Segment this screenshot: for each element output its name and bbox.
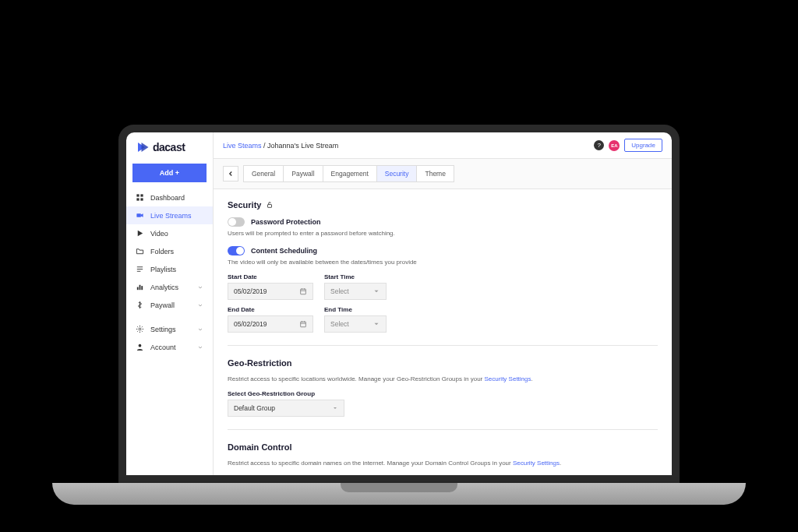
logo-icon — [136, 140, 150, 154]
user-icon — [136, 343, 144, 351]
svg-rect-10 — [141, 286, 143, 290]
svg-rect-9 — [139, 285, 141, 290]
password-protection-label: Password Protection — [251, 218, 321, 226]
sidebar-item-label: Dashboard — [150, 194, 185, 202]
domain-select-label: Select Domain Control Group — [228, 474, 658, 475]
password-protection-toggle[interactable] — [228, 217, 245, 227]
dashboard-icon — [136, 193, 144, 202]
logo: dacast — [126, 132, 213, 160]
svg-rect-8 — [137, 287, 139, 291]
svg-point-11 — [139, 328, 141, 330]
sidebar-item-label: Folders — [150, 248, 174, 255]
calendar-icon — [299, 287, 307, 295]
breadcrumb-parent[interactable]: Live Steams — [223, 142, 262, 150]
start-time-label: Start Time — [324, 273, 387, 280]
sidebar-item-label: Settings — [150, 326, 176, 333]
geo-select-label: Select Geo-Restriction Group — [228, 390, 658, 397]
tab-paywall[interactable]: Paywall — [284, 166, 323, 181]
sidebar-item-playlists[interactable]: Playlists — [126, 260, 213, 278]
section-title-domain: Domain Control — [228, 442, 658, 452]
chevron-down-icon — [197, 326, 203, 333]
content: Security Password Protection Users will … — [214, 189, 672, 475]
end-date-label: End Date — [228, 306, 313, 313]
tab-theme[interactable]: Theme — [417, 166, 453, 181]
dollar-icon — [136, 301, 144, 309]
sidebar-item-dashboard[interactable]: Dashboard — [126, 188, 213, 206]
sidebar-item-live-streams[interactable]: Live Streams — [126, 206, 213, 224]
camera-icon — [136, 211, 144, 220]
chevron-down-icon — [197, 344, 203, 351]
start-date-input[interactable]: 05/02/2019 — [228, 283, 313, 300]
password-protection-desc: Users will be prompted to enter a passwo… — [228, 230, 658, 237]
upgrade-button[interactable]: Upgrade — [624, 139, 662, 152]
content-scheduling-desc: The video will only be available between… — [228, 259, 658, 266]
caret-down-icon — [373, 287, 380, 295]
avatar[interactable]: EA — [609, 140, 620, 151]
end-time-label: End Time — [324, 306, 387, 313]
section-title-security: Security — [228, 200, 658, 210]
caret-down-icon — [332, 405, 338, 411]
divider — [228, 345, 658, 346]
analytics-icon — [136, 283, 144, 291]
svg-rect-4 — [136, 213, 141, 217]
caret-down-icon — [373, 320, 380, 328]
tabbar: General Paywall Engagement Security Them… — [214, 159, 672, 189]
domain-security-settings-link[interactable]: Security Settings — [513, 460, 560, 467]
chevron-down-icon — [197, 284, 203, 291]
sidebar-item-label: Live Streams — [150, 212, 192, 220]
svg-rect-14 — [301, 289, 306, 294]
start-time-select[interactable]: Select — [324, 283, 387, 300]
help-icon[interactable]: ? — [594, 140, 604, 150]
svg-rect-1 — [140, 194, 143, 196]
divider — [228, 429, 658, 430]
play-icon — [136, 229, 144, 238]
sidebar-item-account[interactable]: Account — [126, 338, 213, 356]
svg-rect-0 — [136, 194, 139, 196]
tab-general[interactable]: General — [244, 166, 284, 181]
tab-security[interactable]: Security — [377, 166, 418, 181]
logo-text: dacast — [153, 141, 185, 153]
sidebar-item-label: Analytics — [150, 284, 178, 291]
sidebar-item-label: Video — [150, 230, 168, 238]
tabs: General Paywall Engagement Security Them… — [243, 165, 454, 182]
sidebar-item-folders[interactable]: Folders — [126, 242, 213, 260]
sidebar-item-paywall[interactable]: Paywall — [126, 296, 213, 314]
svg-rect-3 — [140, 198, 143, 200]
start-date-label: Start Date — [228, 273, 313, 280]
chevron-left-icon — [227, 170, 235, 178]
chevron-down-icon — [197, 302, 203, 308]
svg-rect-2 — [136, 198, 139, 200]
svg-rect-13 — [268, 205, 272, 208]
sidebar: dacast Add + Dashboard Live Streams Vide… — [126, 132, 214, 475]
content-scheduling-label: Content Scheduling — [251, 247, 317, 255]
sidebar-item-label: Account — [150, 344, 176, 351]
geo-desc: Restrict access to specific locations wo… — [228, 375, 658, 382]
section-title-geo: Geo-Restriction — [228, 358, 658, 368]
gear-icon — [136, 325, 144, 333]
svg-point-12 — [139, 344, 142, 347]
back-button[interactable] — [223, 166, 238, 181]
content-scheduling-toggle[interactable] — [228, 246, 245, 255]
sidebar-item-label: Paywall — [150, 301, 175, 309]
sidebar-item-analytics[interactable]: Analytics — [126, 278, 213, 296]
end-time-select[interactable]: Select — [324, 315, 387, 333]
playlist-icon — [136, 265, 144, 273]
tab-engagement[interactable]: Engagement — [323, 166, 377, 181]
breadcrumb-current: Johanna's Live Stream — [267, 142, 338, 150]
sidebar-item-label: Playlists — [150, 266, 176, 273]
geo-security-settings-link[interactable]: Security Settings — [484, 375, 531, 382]
calendar-icon — [299, 320, 307, 328]
sidebar-item-settings[interactable]: Settings — [126, 320, 213, 338]
sidebar-item-video[interactable]: Video — [126, 224, 213, 242]
topbar: Live Steams / Johanna's Live Stream ? EA… — [214, 132, 672, 159]
add-button[interactable]: Add + — [132, 164, 207, 182]
geo-group-select[interactable]: Default Group — [228, 400, 344, 417]
lock-icon — [266, 201, 274, 209]
breadcrumb: Live Steams / Johanna's Live Stream — [223, 142, 338, 150]
svg-rect-18 — [301, 322, 306, 327]
domain-desc: Restrict access to specific domain names… — [228, 460, 658, 467]
end-date-input[interactable]: 05/02/2019 — [228, 315, 313, 333]
folder-icon — [136, 247, 144, 255]
